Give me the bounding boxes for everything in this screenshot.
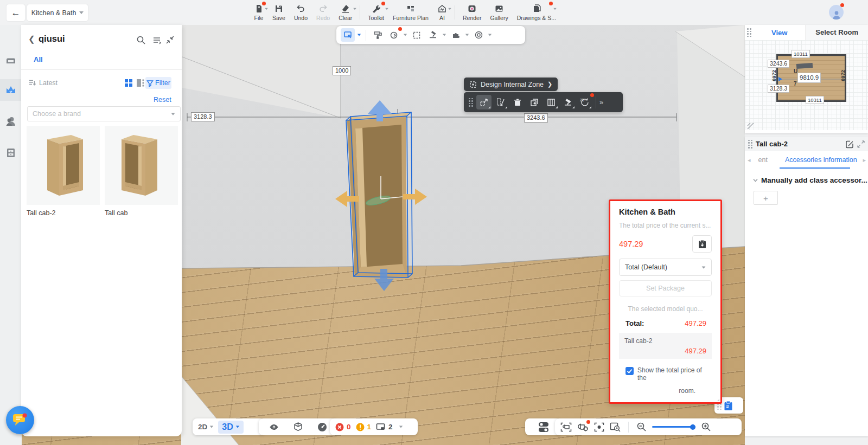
- replace-model-tool[interactable]: [387, 28, 401, 42]
- menu-clear[interactable]: Clear: [334, 1, 356, 24]
- price-panel-subtitle: The total price of the current s...: [619, 222, 712, 229]
- menu-drawings[interactable]: Drawings & S...: [513, 1, 560, 24]
- furniture-category-icon[interactable]: [5, 55, 17, 67]
- cabinet-category-icon[interactable]: [5, 147, 17, 159]
- select-toolbar: [336, 26, 525, 44]
- material-brush-tool[interactable]: [560, 95, 576, 109]
- expand-panel-icon[interactable]: [857, 140, 865, 148]
- camera-settings-icon[interactable]: [577, 422, 589, 432]
- drag-handle-icon: [747, 28, 751, 37]
- zoom-out-icon[interactable]: [636, 422, 647, 432]
- search-icon[interactable]: [136, 35, 146, 45]
- support-chat-button[interactable]: [6, 406, 34, 434]
- quote-type-select[interactable]: Total (Default): [619, 259, 712, 276]
- split-view-icon[interactable]: [136, 79, 145, 87]
- menu-ai[interactable]: AI: [433, 1, 451, 24]
- drag-handle-icon: [748, 140, 752, 149]
- design-internal-zone-button[interactable]: Design Internal Zone ❯: [464, 78, 558, 91]
- plan-dim-bottom: 10311: [806, 96, 824, 104]
- quote-item-row[interactable]: Tall cab-2 497.29: [619, 333, 712, 359]
- reset-filters-link[interactable]: Reset: [154, 96, 171, 104]
- set-package-button[interactable]: Set Package: [619, 280, 712, 296]
- catalog-panel: ❮ qiusui All Latest Filter Reset Choose …: [21, 25, 182, 436]
- drag-handle-icon[interactable]: [469, 98, 473, 107]
- product-card-tall-cab-2[interactable]: Tall cab-2: [27, 126, 100, 217]
- plan-dim-side-right: 6972: [839, 68, 846, 83]
- zoom-in-icon[interactable]: [701, 422, 711, 432]
- menu-toolkit[interactable]: Toolkit: [363, 1, 388, 24]
- brand-models-icon[interactable]: [5, 84, 17, 96]
- move-resize-tool[interactable]: [476, 95, 492, 109]
- measure-tool[interactable]: [426, 28, 440, 42]
- toolbar-expand-icon[interactable]: »: [599, 98, 603, 106]
- sort-latest[interactable]: Latest: [28, 79, 58, 87]
- selected-model-name: Tall cab-2: [756, 140, 842, 148]
- mode-2d-button[interactable]: 2D: [198, 423, 214, 431]
- target-snap-tool[interactable]: [471, 28, 486, 42]
- tab-accessories-information[interactable]: Accessories information: [785, 156, 857, 164]
- edit-model-icon[interactable]: [845, 140, 854, 149]
- catalog-back-icon[interactable]: ❮: [28, 34, 35, 44]
- issues-pill[interactable]: 0 1 2: [330, 418, 418, 435]
- show-room-total-checkbox[interactable]: [626, 367, 634, 375]
- menu-furniture-plan[interactable]: Furniture Plan: [388, 1, 433, 24]
- brand-select[interactable]: Choose a brand: [27, 106, 181, 121]
- checkbox-label-line2: room.: [619, 387, 712, 395]
- user-avatar[interactable]: [829, 5, 844, 20]
- marquee-select-tool[interactable]: [410, 28, 424, 42]
- menu-gallery[interactable]: Gallery: [486, 1, 512, 24]
- menu-file[interactable]: File: [250, 1, 268, 24]
- filter-button[interactable]: Filter: [145, 77, 171, 89]
- selected-model-note: The selected model quo...: [619, 305, 712, 313]
- accessories-section-header[interactable]: Manually add class accessor...: [752, 176, 868, 184]
- category-tab-all[interactable]: All: [34, 55, 43, 63]
- menu-save[interactable]: Save: [268, 1, 290, 24]
- tab-select-room[interactable]: Select Room: [805, 25, 868, 40]
- list-view-icon[interactable]: [152, 35, 162, 45]
- minimap-tabs: View Select Room: [745, 25, 868, 40]
- plugin-tool[interactable]: [449, 28, 463, 42]
- back-button[interactable]: ←: [7, 4, 25, 21]
- grid-view-icon[interactable]: [124, 79, 133, 87]
- tab-view[interactable]: View: [754, 29, 805, 37]
- room-type-selector[interactable]: Kitchen & Bath: [27, 4, 88, 21]
- tabs-scroll-left-icon[interactable]: ◂: [748, 157, 751, 164]
- menu-undo[interactable]: Undo: [290, 1, 312, 24]
- tabs-scroll-right-icon[interactable]: ▸: [863, 157, 866, 164]
- rotate-2d-tool[interactable]: 2D: [577, 95, 592, 109]
- zoom-slider[interactable]: [652, 426, 695, 428]
- array-tool[interactable]: [544, 95, 559, 109]
- camera-view-icon[interactable]: [560, 422, 572, 432]
- edit-model-tool[interactable]: [493, 95, 508, 109]
- display-options-pill: [259, 418, 337, 435]
- dimension-label-height: 1000: [333, 66, 351, 75]
- product-thumbnail: [27, 126, 100, 205]
- copy-tool[interactable]: [527, 95, 542, 109]
- tab-truncated[interactable]: ent: [758, 156, 768, 164]
- 3d-solid-view-icon[interactable]: [293, 422, 303, 432]
- current-price: 497.29: [619, 240, 643, 248]
- main-menu: File Save Undo Redo Clear Toolkit Furnit…: [250, 1, 560, 24]
- clipboard-blue-icon: [724, 401, 733, 411]
- product-card-tall-cab[interactable]: Tall cab: [105, 126, 178, 217]
- add-accessory-button[interactable]: +: [754, 191, 778, 205]
- menu-render[interactable]: Render: [458, 1, 486, 24]
- minimap-resize-handle[interactable]: [747, 122, 755, 130]
- visibility-eye-icon[interactable]: [269, 422, 279, 433]
- export-quote-button[interactable]: [692, 235, 712, 253]
- quote-item-price: 497.29: [624, 347, 706, 355]
- center-focus-icon[interactable]: [594, 422, 604, 432]
- mode-3d-button[interactable]: 3D: [218, 421, 243, 434]
- zoom-region-icon[interactable]: [610, 422, 621, 432]
- collapse-panel-icon[interactable]: [165, 35, 175, 44]
- rotate-2d-label: 2D: [580, 98, 584, 102]
- paint-roller-tool[interactable]: [371, 28, 385, 42]
- performance-gauge-icon[interactable]: [317, 422, 328, 433]
- menu-redo[interactable]: Redo: [312, 1, 334, 24]
- select-tool[interactable]: [341, 28, 355, 42]
- left-icon-rail: [0, 25, 22, 445]
- my-models-icon[interactable]: [5, 115, 17, 127]
- zoom-slider-knob[interactable]: [690, 424, 695, 430]
- delete-tool[interactable]: [510, 95, 525, 109]
- filter-label: Filter: [155, 79, 170, 87]
